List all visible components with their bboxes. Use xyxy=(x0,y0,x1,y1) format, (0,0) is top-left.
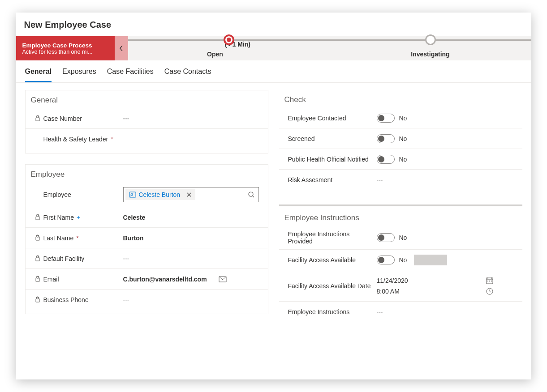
field-risk-assessment: Risk Assesment --- xyxy=(279,170,522,190)
calendar-icon xyxy=(486,277,493,284)
tab-general[interactable]: General xyxy=(25,68,52,82)
lock-icon xyxy=(34,234,41,241)
field-default-facility: Default Facility --- xyxy=(26,248,268,269)
employee-contacted-toggle[interactable] xyxy=(377,114,395,123)
clear-lookup-button[interactable] xyxy=(186,192,192,197)
svg-rect-6 xyxy=(491,281,492,281)
field-facility-access-available: Facility Access Available No xyxy=(279,250,522,270)
stage-open[interactable]: Open (< 1 Min) xyxy=(128,36,330,60)
field-value[interactable]: --- xyxy=(123,255,259,262)
toggle-value: No xyxy=(399,234,407,241)
field-value[interactable]: --- xyxy=(123,296,259,303)
required-indicator-icon: * xyxy=(76,234,81,242)
field-label-text: First Name xyxy=(43,214,74,221)
toggle-value: No xyxy=(399,256,407,264)
section-title: Check xyxy=(279,95,522,108)
section-employee-instructions: Employee Instructions Employee Instructi… xyxy=(279,205,522,326)
lookup-pill[interactable]: Celeste Burton xyxy=(125,189,196,200)
field-label-text: Screened xyxy=(288,135,315,142)
field-last-name: Last Name * Burton xyxy=(26,228,268,248)
process-bar: Employee Case Process Active for less th… xyxy=(16,36,531,60)
field-label-text: Health & Safety Leader xyxy=(43,136,108,143)
tabs: General Exposures Case Facilities Case C… xyxy=(16,60,531,83)
field-first-name: First Name + Celeste xyxy=(26,207,268,228)
field-case-number: Case Number --- xyxy=(26,108,268,129)
field-health-safety-leader: Health & Safety Leader * xyxy=(26,129,268,149)
field-value[interactable]: Celeste xyxy=(123,214,259,221)
stage-investigating[interactable]: Investigating xyxy=(330,36,531,60)
toggle-value: No xyxy=(399,135,407,142)
section-general: General Case Number --- Health & Safety … xyxy=(25,90,268,153)
process-duration: Active for less than one mi... xyxy=(22,49,108,55)
section-title: General xyxy=(26,96,268,108)
employee-lookup-input[interactable]: Celeste Burton xyxy=(123,187,259,202)
field-label-text: Facility Access Available xyxy=(288,256,356,264)
field-email: Email C.burton@vanarsdelltd.com xyxy=(26,269,268,290)
field-label-text: Employee Instructions xyxy=(288,308,350,315)
mail-icon xyxy=(219,276,227,282)
field-value[interactable]: --- xyxy=(377,176,513,183)
lock-icon xyxy=(34,115,41,121)
process-collapse-button[interactable] xyxy=(115,36,128,60)
field-label-text: Business Phone xyxy=(43,296,89,303)
stage-label: Investigating xyxy=(411,51,449,58)
svg-point-1 xyxy=(131,193,133,195)
field-public-health-notified: Public Health Official Notified No xyxy=(279,149,522,170)
field-label-text: Employee xyxy=(43,191,71,198)
stage-dot-active-icon xyxy=(224,34,234,45)
field-employee-lookup: Employee Celeste Burton xyxy=(26,183,268,207)
field-instructions-provided: Employee Instructions Provided No xyxy=(279,226,522,250)
search-icon xyxy=(248,191,255,198)
field-value[interactable]: C.burton@vanarsdelltd.com xyxy=(123,276,207,283)
field-value[interactable]: --- xyxy=(377,308,513,315)
close-icon xyxy=(186,192,192,197)
field-label-text: Case Number xyxy=(43,115,82,122)
date-value[interactable]: 11/24/2020 xyxy=(377,277,408,284)
public-health-notified-toggle[interactable] xyxy=(377,155,395,164)
field-label-text: Risk Assesment xyxy=(288,176,333,183)
instructions-provided-toggle[interactable] xyxy=(377,233,395,242)
recommended-indicator-icon: + xyxy=(77,214,81,221)
toggle-value: No xyxy=(399,156,407,163)
field-employee-contacted: Employee Contacted No xyxy=(279,108,522,128)
tab-exposures[interactable]: Exposures xyxy=(62,68,96,82)
lock-icon xyxy=(34,214,41,220)
lookup-value: Celeste Burton xyxy=(139,191,181,198)
field-screened: Screened No xyxy=(279,128,522,149)
svg-rect-4 xyxy=(487,281,488,281)
field-value[interactable]: Burton xyxy=(123,234,259,242)
field-label-text: Email xyxy=(43,276,59,283)
section-title: Employee Instructions xyxy=(279,213,522,226)
date-picker-button[interactable] xyxy=(486,277,493,284)
section-employee: Employee Employee Celeste Burton xyxy=(25,164,268,314)
field-label-text: Public Health Official Notified xyxy=(288,156,369,163)
stage-label: Open xyxy=(207,51,223,58)
lock-icon xyxy=(34,296,41,303)
lookup-search-button[interactable] xyxy=(248,191,255,198)
field-label-text: Facility Access Available Date xyxy=(288,282,371,290)
field-value[interactable]: --- xyxy=(123,115,259,122)
lock-icon xyxy=(34,276,41,282)
field-facility-access-date: Facility Access Available Date 11/24/202… xyxy=(279,270,522,302)
stage-dot-icon xyxy=(425,34,436,45)
tab-case-facilities[interactable]: Case Facilities xyxy=(107,68,154,82)
svg-point-2 xyxy=(249,192,253,196)
page-title: New Employee Case xyxy=(16,13,531,36)
time-value[interactable]: 8:00 AM xyxy=(377,288,400,295)
required-indicator-icon: * xyxy=(111,136,115,143)
send-email-button[interactable] xyxy=(219,276,227,282)
toggle-value: No xyxy=(399,115,407,122)
process-badge[interactable]: Employee Case Process Active for less th… xyxy=(16,36,115,60)
field-label-text: Default Facility xyxy=(43,255,85,262)
screened-toggle[interactable] xyxy=(377,134,395,143)
time-picker-button[interactable] xyxy=(486,288,493,295)
section-check: Check Employee Contacted No Screened No xyxy=(279,90,522,194)
process-name: Employee Case Process xyxy=(22,42,108,49)
field-employee-instructions: Employee Instructions --- xyxy=(279,302,522,322)
field-label-text: Last Name xyxy=(43,234,74,242)
contact-icon xyxy=(129,191,136,198)
svg-rect-5 xyxy=(489,281,490,281)
facility-access-toggle[interactable] xyxy=(377,256,395,264)
tab-case-contacts[interactable]: Case Contacts xyxy=(164,68,211,82)
field-label-text: Employee Contacted xyxy=(288,115,346,122)
